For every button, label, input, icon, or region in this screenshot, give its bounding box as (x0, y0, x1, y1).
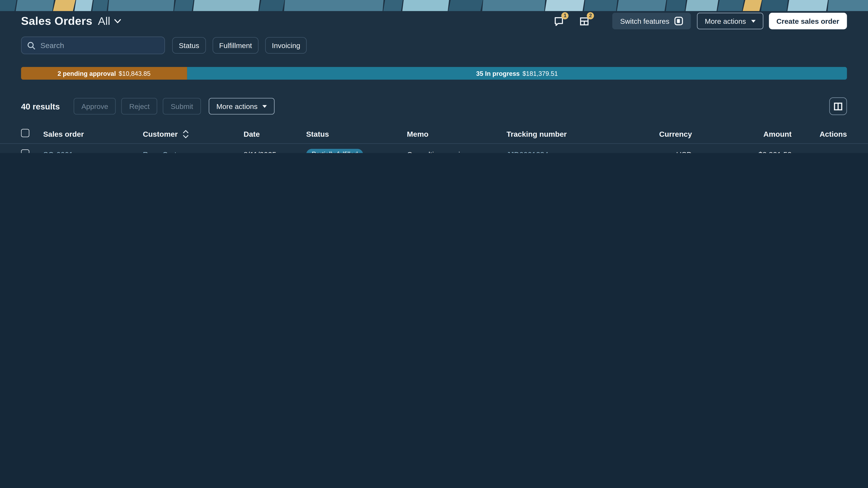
caret-down-icon (751, 20, 755, 22)
column-header-tracking[interactable]: Tracking number (506, 130, 617, 138)
table-body: SO-0001 Ryan Carter 8/11/2025 Partially … (0, 144, 868, 153)
progress-bar[interactable]: 2 pending approval$10,843.8535 In progre… (21, 67, 847, 79)
page-title: Sales Orders (21, 14, 92, 28)
column-header-currency[interactable]: Currency (617, 130, 692, 138)
page-header: Sales Orders All 1 2 S (21, 13, 847, 29)
sales-order-link[interactable]: SO-0001 (43, 150, 143, 153)
app-window: Sales Orders All 1 2 S (0, 0, 868, 153)
amount-cell: $2,321.53 (692, 150, 792, 153)
sales-orders-table: Sales order Customer Date Status Memo Tr… (0, 124, 868, 153)
column-header-status[interactable]: Status (306, 130, 407, 138)
select-all-checkbox[interactable] (21, 129, 29, 137)
results-count: 40 results (21, 101, 60, 111)
currency-cell: USD (617, 150, 692, 153)
submit-button[interactable]: Submit (163, 98, 201, 115)
progress-segment: 35 In progress$181,379.51 (187, 67, 847, 79)
search-box[interactable] (21, 36, 165, 54)
memo-cell: Consulting services (407, 150, 506, 153)
create-label: Create sales order (776, 17, 839, 25)
column-header-date[interactable]: Date (244, 130, 306, 138)
column-header-customer[interactable]: Customer (143, 129, 244, 139)
view-selector-label[interactable]: All (98, 15, 110, 27)
table-more-actions-button[interactable]: More actions (209, 98, 275, 115)
header-more-actions-button[interactable]: More actions (697, 13, 763, 29)
column-header-memo[interactable]: Memo (407, 130, 506, 138)
filter-chip-fulfillment[interactable]: Fulfillment (213, 37, 258, 54)
filter-bar: Status Fulfillment Invoicing (21, 36, 847, 54)
search-input[interactable] (39, 41, 159, 50)
reject-button[interactable]: Reject (122, 98, 157, 115)
table-header-row: Sales order Customer Date Status Memo Tr… (0, 124, 868, 144)
row-checkbox[interactable] (21, 150, 29, 153)
shortcuts-button[interactable]: 2 (579, 16, 590, 26)
column-header-sales-order[interactable]: Sales order (43, 130, 143, 138)
approve-button[interactable]: Approve (73, 98, 116, 115)
progress-segment: 2 pending approval$10,843.85 (21, 67, 187, 79)
notification-badge: 2 (587, 12, 594, 19)
columns-icon (834, 102, 842, 110)
more-actions-label: More actions (216, 102, 257, 110)
decorative-banner (0, 0, 868, 11)
search-icon (27, 41, 35, 50)
customer-link[interactable]: Ryan Carter (143, 150, 244, 153)
switcher-icon (674, 17, 683, 26)
row-actions-button[interactable] (836, 150, 844, 153)
notification-badge: 1 (561, 12, 568, 19)
table-row[interactable]: SO-0001 Ryan Carter 8/11/2025 Partially … (0, 144, 868, 153)
filter-chip-status[interactable]: Status (172, 37, 206, 54)
manage-columns-button[interactable] (829, 97, 847, 115)
filter-chip-invoicing[interactable]: Invoicing (265, 37, 307, 54)
sort-icon[interactable] (183, 129, 189, 139)
status-badge: Partially fulfilled (306, 149, 363, 153)
create-sales-order-button[interactable]: Create sales order (769, 13, 847, 29)
chevron-down-icon[interactable] (114, 19, 121, 24)
switch-features-button[interactable]: Switch features (613, 13, 691, 29)
switch-features-label: Switch features (620, 17, 669, 25)
column-header-actions: Actions (792, 130, 847, 138)
more-actions-label: More actions (705, 17, 746, 25)
tracking-link[interactable]: JJD0001234 (506, 150, 617, 153)
column-header-amount[interactable]: Amount (692, 130, 792, 138)
caret-down-icon (262, 105, 267, 107)
notifications-button[interactable]: 1 (554, 16, 564, 26)
list-toolbar: 40 results Approve Reject Submit More ac… (21, 97, 847, 115)
date-cell: 8/11/2025 (244, 150, 306, 153)
